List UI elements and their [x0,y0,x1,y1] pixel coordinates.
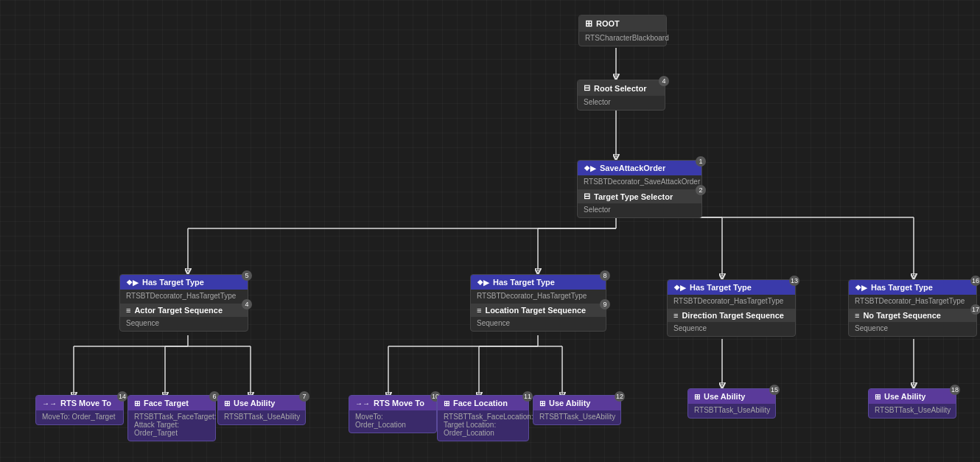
use-ability-4-subtitle: RTSBTTask_UseAbility [875,406,951,414]
root-selector-node: 4 ⊟ Root Selector Selector [577,80,665,111]
ht1-subtitle: RTSBTDecorator_HasTargetType [126,292,236,300]
face-target-body: RTSBTTask_FaceTarget: Attack Target: Ord… [128,410,215,441]
loc-seq-title: Location Target Sequence [485,306,586,315]
save-attack-body: RTSBTDecorator_SaveAttackOrder [578,175,701,189]
ht3-header: ❖▶ Has Target Type [668,280,795,295]
rts-move-loc-icon: →→ [355,399,370,407]
selector-icon: ⊟ [584,83,590,93]
use-ability-2-header: ⊞ Use Ability [533,396,620,410]
use-ability-2-subtitle: RTSBTTask_UseAbility [539,413,615,421]
ht3-title: Has Target Type [690,283,752,292]
ht1-header: ❖▶ Has Target Type [120,275,248,290]
has-target-type-1-node: 5 ❖▶ Has Target Type RTSBTDecorator_HasT… [119,274,248,332]
ht4-icon: ❖▶ [855,284,867,292]
face-target-node: 6 ⊞ Face Target RTSBTTask_FaceTarget: At… [127,395,216,441]
use-ability-3-badge: 15 [769,385,780,395]
ht1-icon: ❖▶ [126,279,139,287]
ht4-subtitle: RTSBTDecorator_HasTargetType [855,297,965,305]
use-ability-1-node: 7 ⊞ Use Ability RTSBTTask_UseAbility [217,395,306,425]
ht4-body: RTSBTDecorator_HasTargetType [849,295,976,309]
use-ability-3-icon: ⊞ [694,393,700,401]
ht2-icon: ❖▶ [477,279,489,287]
use-ability-1-badge: 7 [299,391,309,402]
face-location-subsubtitle: Target Location: Order_Location [444,421,522,437]
no-seq-icon: ≡ [855,311,859,320]
root-selector-header: ⊟ Root Selector [578,80,665,96]
use-ability-4-icon: ⊞ [875,393,881,401]
use-ability-4-node: 18 ⊞ Use Ability RTSBTTask_UseAbility [868,388,956,419]
root-icon: ⊞ [585,18,592,29]
actor-seq-badge: 4 [242,299,252,309]
actor-seq-header: ≡ Actor Target Sequence [120,304,248,317]
root-subtitle: RTSCharacterBlackboard [585,34,669,42]
use-ability-3-title: Use Ability [704,392,745,401]
target-type-subtitle: Selector [584,206,611,214]
rts-move-to-location-node: 10 →→ RTS Move To MoveTo: Order_Location [349,395,437,433]
ht1-title: Has Target Type [142,278,204,287]
use-ability-2-title: Use Ability [549,399,590,407]
dir-seq-icon: ≡ [673,311,678,320]
face-location-icon: ⊞ [444,399,449,407]
rts-move-actor-body: MoveTo: Order_Target [36,410,123,424]
actor-seq-title: Actor Target Sequence [134,306,223,315]
dir-seq-subtitle: Sequence [673,324,707,332]
rts-move-actor-subtitle: MoveTo: Order_Target [42,413,116,421]
rts-move-to-actor-node: 14 →→ RTS Move To MoveTo: Order_Target [35,395,124,425]
use-ability-1-header: ⊞ Use Ability [218,396,305,410]
has-target-type-4-node: 16 ❖▶ Has Target Type RTSBTDecorator_Has… [848,279,977,337]
rts-move-actor-title: RTS Move To [60,399,111,407]
loc-seq-badge: 9 [600,299,610,309]
ht2-title: Has Target Type [493,278,555,287]
ht4-badge: 16 [970,276,980,286]
root-selector-subtitle: Selector [584,98,611,106]
face-location-node: 11 ⊞ Face Location RTSBTTask_FaceLocatio… [437,395,529,441]
has-target-type-3-node: 13 ❖▶ Has Target Type RTSBTDecorator_Has… [667,279,796,337]
root-node: ⊞ ROOT RTSCharacterBlackboard [578,15,667,46]
ht2-body: RTSBTDecorator_HasTargetType [471,290,606,304]
loc-seq-header: ≡ Location Target Sequence [471,304,606,317]
dir-seq-title: Direction Target Sequence [682,311,784,320]
rts-move-actor-header: →→ RTS Move To [36,396,123,410]
loc-seq-icon: ≡ [477,306,481,315]
ht2-subtitle: RTSBTDecorator_HasTargetType [477,292,587,300]
use-ability-2-body: RTSBTTask_UseAbility [533,410,620,424]
ht4-title: Has Target Type [871,283,933,292]
ht1-body: RTSBTDecorator_HasTargetType [120,290,248,304]
use-ability-2-badge: 12 [615,391,625,402]
root-selector-title: Root Selector [594,84,647,93]
target-type-selector-icon: ⊟ [584,192,590,201]
no-seq-header: ≡ No Target Sequence [849,309,976,322]
save-attack-order-node: 1 ❖▶ SaveAttackOrder RTSBTDecorator_Save… [577,160,702,218]
target-type-badge: 2 [696,185,706,195]
face-target-title: Face Target [144,399,189,407]
face-location-badge: 11 [522,391,533,402]
face-target-subtitle: RTSBTTask_FaceTarget: [134,413,209,421]
ht1-badge: 5 [242,270,252,281]
dir-seq-body: Sequence [668,322,795,336]
rts-move-loc-subtitle: MoveTo: Order_Location [355,413,406,429]
use-ability-2-icon: ⊞ [539,399,545,407]
use-ability-1-subtitle: RTSBTTask_UseAbility [224,413,300,421]
rts-move-loc-header: →→ RTS Move To [349,396,436,410]
ht3-badge: 13 [789,276,799,286]
actor-seq-subtitle: Sequence [126,319,159,327]
face-target-subsubtitle: Attack Target: Order_Target [134,421,209,437]
target-type-selector-title: Target Type Selector [594,192,673,201]
use-ability-1-icon: ⊞ [224,399,230,407]
rts-move-loc-body: MoveTo: Order_Location [349,410,436,433]
ht3-body: RTSBTDecorator_HasTargetType [668,295,795,309]
face-location-title: Face Location [453,399,508,407]
use-ability-3-node: 15 ⊞ Use Ability RTSBTTask_UseAbility [687,388,776,419]
no-seq-badge: 17 [970,304,980,315]
rts-move-actor-badge: 14 [117,391,127,402]
ht3-subtitle: RTSBTDecorator_HasTargetType [673,297,783,305]
use-ability-1-title: Use Ability [234,399,275,407]
use-ability-4-header: ⊞ Use Ability [869,389,956,404]
use-ability-4-body: RTSBTTask_UseAbility [869,404,956,418]
target-type-body: Selector [578,203,701,217]
face-location-header: ⊞ Face Location [438,396,528,410]
use-ability-2-node: 12 ⊞ Use Ability RTSBTTask_UseAbility [533,395,621,425]
use-ability-3-subtitle: RTSBTTask_UseAbility [694,406,770,414]
actor-seq-body: Sequence [120,317,248,331]
save-attack-subtitle: RTSBTDecorator_SaveAttackOrder [584,178,700,186]
